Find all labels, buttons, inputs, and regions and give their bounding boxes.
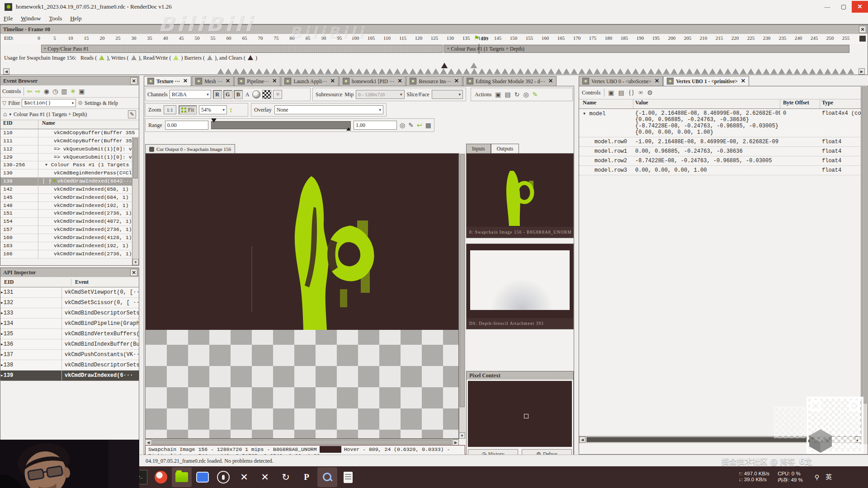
eb-save-icon[interactable]: ▣ bbox=[79, 88, 85, 95]
api-row[interactable]: ▸135vkCmdBindVertexBuffers(0 bbox=[0, 329, 139, 339]
timeline-ruler[interactable]: EID: ⚑ 139 05101520253035404550556065707… bbox=[0, 34, 868, 44]
usage-marker-icon[interactable] bbox=[525, 69, 531, 74]
close-button[interactable]: ✕ bbox=[852, 1, 868, 13]
viewer-vscrollbar[interactable]: ▼ bbox=[459, 153, 466, 439]
tab-io-1[interactable]: Outputs bbox=[491, 144, 519, 153]
menu-help[interactable]: Help bbox=[68, 14, 83, 23]
taskbar-cell[interactable] bbox=[151, 467, 171, 487]
pixel-context-title[interactable]: Pixel Context bbox=[467, 371, 573, 380]
usage-marker-icon[interactable] bbox=[832, 69, 839, 74]
usage-marker-icon[interactable] bbox=[725, 69, 731, 74]
api-row[interactable]: ▸136vkCmdBindIndexBuffer(Bu·· bbox=[0, 339, 139, 350]
pinyin-icon[interactable]: P bbox=[300, 470, 313, 484]
usage-marker-icon[interactable] bbox=[679, 69, 685, 74]
edit-note-icon[interactable]: ✎ bbox=[128, 110, 136, 118]
usage-marker-icon[interactable] bbox=[363, 69, 370, 74]
usage-marker-icon[interactable] bbox=[694, 69, 700, 74]
taskbar-cell[interactable] bbox=[338, 467, 358, 487]
close-tab-icon[interactable]: ✕ bbox=[548, 78, 553, 84]
usage-marker-icon[interactable] bbox=[417, 69, 424, 74]
usage-marker-icon[interactable] bbox=[556, 69, 562, 74]
close-2-icon[interactable]: ✕ bbox=[258, 470, 272, 484]
usage-marker-icon[interactable] bbox=[794, 69, 800, 74]
usage-marker-icon[interactable] bbox=[440, 69, 447, 74]
expand-icon[interactable]: ▸ bbox=[0, 300, 4, 305]
usage-marker-icon[interactable] bbox=[594, 69, 600, 74]
usage-marker-icon[interactable] bbox=[802, 69, 808, 74]
usage-marker-icon[interactable] bbox=[509, 69, 516, 74]
output-thumbnail-0[interactable]: 0: Swapchain Image 156 - B8G8R8A8_UNORM bbox=[466, 153, 574, 238]
tab-texture-viewer-5[interactable]: Resource Ins···✕ bbox=[406, 76, 462, 86]
usage-marker-icon[interactable] bbox=[571, 69, 577, 74]
event-row[interactable]: 160vkCmdDrawIndexed(4128, 1) bbox=[0, 234, 139, 242]
tab-texture-viewer-1[interactable]: Mesh ···✕ bbox=[192, 76, 234, 86]
ubo-row[interactable]: model.row30.00, 0.00, 0.00, 1.00float4 bbox=[579, 166, 868, 175]
taskbar-cell[interactable] bbox=[213, 467, 233, 487]
usage-marker-icon[interactable] bbox=[579, 69, 585, 74]
pixel-context-view[interactable] bbox=[468, 381, 572, 447]
menu-tools[interactable]: Tools bbox=[47, 14, 64, 23]
event-row[interactable]: 163vkCmdDrawIndexed(192, 1) bbox=[0, 242, 139, 250]
ubo-vscrollbar[interactable] bbox=[861, 86, 868, 444]
usage-marker-icon[interactable] bbox=[271, 69, 278, 74]
texture-image[interactable] bbox=[146, 154, 458, 330]
close-tab-icon[interactable]: ✕ bbox=[226, 78, 230, 84]
usage-marker-icon[interactable] bbox=[348, 69, 354, 74]
usage-marker-icon[interactable] bbox=[279, 69, 285, 74]
close-tab-icon[interactable]: ✕ bbox=[183, 78, 188, 84]
taskbar-cell[interactable]: P bbox=[297, 467, 316, 487]
sync-icon[interactable]: ↻ bbox=[279, 470, 292, 484]
tab-texture-viewer-3[interactable]: Launch Appli···✕ bbox=[281, 76, 338, 86]
usage-marker-icon[interactable] bbox=[479, 69, 485, 74]
tab-texture-viewer-2[interactable]: Pipeline···✕ bbox=[234, 76, 280, 86]
settings-help-link[interactable]: Settings & Help bbox=[85, 100, 118, 106]
close-tab-icon[interactable]: ✕ bbox=[272, 78, 277, 84]
usage-marker-icon[interactable] bbox=[517, 69, 524, 74]
event-row[interactable]: 142vkCmdDrawIndexed(858, 1) bbox=[0, 186, 139, 194]
event-scrollbar[interactable]: ▼ bbox=[132, 137, 139, 265]
pass-copy-clear[interactable]: + Copy/Clear Pass #1 bbox=[41, 45, 443, 53]
api-row[interactable]: ▸132vkCmdSetScissor(0, [ ··· bbox=[0, 298, 139, 308]
checkerboard-background-button[interactable] bbox=[262, 90, 271, 99]
channel-r-button[interactable]: R bbox=[213, 90, 222, 99]
clear-marker-icon[interactable] bbox=[441, 63, 448, 68]
usage-marker-icon[interactable] bbox=[217, 69, 224, 74]
cur-output-tab[interactable]: Cur Output 0 - Swapchain Image 156 bbox=[145, 144, 235, 154]
eb-arrow-left-icon[interactable]: ⇦ bbox=[27, 88, 32, 95]
event-row[interactable]: 169vkCmdDrawIndexed(3792, 1) bbox=[0, 258, 139, 259]
usage-marker-icon[interactable] bbox=[325, 69, 331, 74]
usage-marker-icon[interactable] bbox=[494, 69, 500, 74]
usage-marker-icon[interactable] bbox=[394, 69, 401, 74]
expand-icon[interactable]: ▸ bbox=[0, 290, 4, 295]
usage-marker-icon[interactable] bbox=[264, 69, 270, 74]
event-row[interactable]: 111vkCmdCopyBuffer(Buffer 358 bbox=[0, 137, 139, 145]
output-thumbnail-ds[interactable]: DS: Depth-Stencil Attachment 393 bbox=[466, 244, 574, 329]
tv-refresh-icon[interactable]: ↻ bbox=[514, 91, 520, 99]
usage-marker-icon[interactable] bbox=[717, 69, 723, 74]
api-row[interactable]: ▸131vkCmdSetViewport(0, [··· bbox=[0, 287, 139, 298]
files-icon[interactable] bbox=[175, 472, 188, 482]
usage-marker-icon[interactable] bbox=[840, 69, 846, 74]
usage-marker-icon[interactable] bbox=[663, 69, 670, 74]
usage-marker-icon[interactable] bbox=[602, 69, 608, 74]
usage-marker-icon[interactable] bbox=[379, 69, 385, 74]
usage-marker-icon[interactable] bbox=[233, 69, 239, 74]
range-histogram-icon[interactable]: ▦ bbox=[425, 122, 431, 129]
ime-indicator[interactable]: 英 bbox=[826, 473, 832, 481]
viewer-hscrollbar[interactable]: ◀ ▶ bbox=[145, 439, 459, 446]
usage-marker-icon[interactable] bbox=[632, 69, 639, 74]
ubo-save-icon[interactable]: ▣ bbox=[608, 89, 614, 97]
usage-marker-icon[interactable] bbox=[617, 69, 623, 74]
taskbar-cell[interactable]: ✕ bbox=[234, 467, 254, 487]
close-icon[interactable]: ✕ bbox=[130, 269, 137, 276]
range-slider[interactable] bbox=[211, 121, 351, 129]
range-max-input[interactable]: 1.00 bbox=[354, 121, 397, 130]
taskbar-cell[interactable]: ✕ bbox=[255, 467, 275, 487]
api-row[interactable]: ▸133vkCmdBindDescriptorSets( bbox=[0, 308, 139, 319]
ubo-row[interactable]: ▾ model{-1.00, 2.16488E-08, 8.46999E-08,… bbox=[579, 109, 868, 137]
api-row[interactable]: ▸139vkCmdDrawIndexed(6··· bbox=[0, 371, 139, 381]
ubo-paste-icon[interactable]: ▤ bbox=[618, 89, 624, 97]
usage-marker-icon[interactable] bbox=[310, 69, 316, 74]
fit-button[interactable]: Fit bbox=[179, 105, 197, 114]
api-inspector-title[interactable]: API Inspector ✕ bbox=[0, 268, 139, 277]
